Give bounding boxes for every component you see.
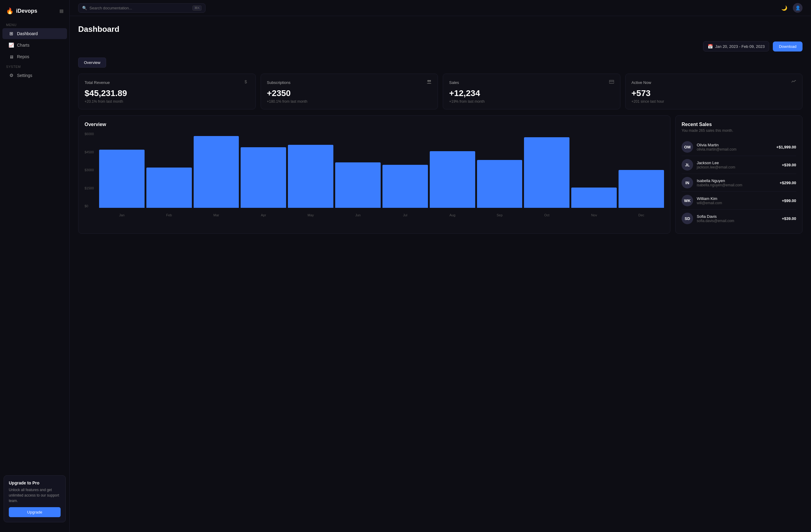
sale-amount: +$39.00 — [782, 163, 796, 167]
stat-value: +573 — [631, 89, 796, 98]
x-label: Jul — [382, 213, 428, 217]
upgrade-card-title: Upgrade to Pro — [9, 481, 61, 485]
sale-name: Olivia Martin — [697, 143, 773, 147]
logo-icon: 🔥 — [6, 7, 14, 15]
sidebar-item-settings[interactable]: ⚙ Settings — [2, 70, 67, 81]
sales-list: OM Olivia Martin olivia.martin@email.com… — [682, 138, 796, 227]
x-label: Jun — [335, 213, 381, 217]
chart-bar — [194, 136, 239, 208]
sidebar-item-charts[interactable]: 📈 Charts — [2, 40, 67, 51]
stat-sub: +20.1% from last month — [85, 99, 249, 104]
avatar: IN — [682, 177, 693, 188]
sidebar-item-dashboard[interactable]: ⊞ Dashboard — [2, 28, 67, 39]
stat-value: $45,231.89 — [85, 89, 249, 98]
header: 🔍 ⌘K 🌙 👤 — [70, 0, 811, 16]
upgrade-button[interactable]: Upgrade — [9, 507, 61, 517]
repos-icon: 🖥 — [9, 54, 14, 59]
date-range-selector[interactable]: 📅 Jan 20, 2023 - Feb 09, 2023 — [703, 41, 769, 51]
charts-icon: 📈 — [9, 43, 14, 48]
sidebar-toggle-icon[interactable]: ▤ — [59, 9, 63, 13]
chart-area: $6000$4500$3000$1500$0 JanFebMarAprMayJu… — [85, 132, 664, 217]
sidebar-item-label: Charts — [17, 43, 29, 48]
tab-overview[interactable]: Overview — [78, 58, 106, 67]
stat-card-sales: Sales +12,234 +19% from last month — [443, 74, 621, 109]
system-section-label: System — [0, 62, 70, 70]
stat-card-subscriptions: Subscriptions +2350 +180.1% from last mo… — [261, 74, 438, 109]
sale-item: WK William Kim will@email.com +$99.00 — [682, 192, 796, 210]
search-box[interactable]: 🔍 ⌘K — [78, 3, 205, 13]
recent-sales-card: Recent Sales You made 265 sales this mon… — [675, 115, 802, 234]
download-button[interactable]: Download — [773, 42, 802, 51]
svg-point-2 — [429, 80, 431, 82]
sale-email: isabella.nguyen@email.com — [697, 183, 776, 187]
y-label: $6000 — [85, 132, 98, 136]
chart-bar-group — [430, 132, 475, 208]
y-label: $1500 — [85, 186, 98, 190]
dashboard-icon: ⊞ — [9, 31, 14, 36]
upgrade-card-desc: Unlock all features and get unlimited ac… — [9, 487, 61, 503]
y-label: $3000 — [85, 168, 98, 172]
chart-bar-group — [241, 132, 286, 208]
user-avatar-button[interactable]: 👤 — [793, 3, 802, 13]
chart-bar-group — [194, 132, 239, 208]
chart-bar-group — [524, 132, 569, 208]
chart-bar — [382, 165, 428, 208]
header-actions: 🌙 👤 — [780, 3, 802, 13]
sale-item: IN Isabella Nguyen isabella.nguyen@email… — [682, 174, 796, 192]
stat-icon — [791, 79, 796, 85]
sale-info: Sofia Davis sofia.davis@email.com — [697, 214, 778, 223]
svg-text:$: $ — [245, 79, 247, 84]
sidebar-item-repos[interactable]: 🖥 Repos — [2, 51, 67, 62]
sale-email: jackson.lee@email.com — [697, 165, 778, 169]
calendar-icon: 📅 — [708, 44, 713, 49]
sale-info: Isabella Nguyen isabella.nguyen@email.co… — [697, 178, 776, 187]
chart-bar-group — [147, 132, 192, 208]
chart-bar — [430, 151, 475, 208]
sidebar-item-label: Dashboard — [17, 31, 38, 36]
x-label: Jan — [99, 213, 144, 217]
x-label: Sep — [477, 213, 522, 217]
sale-info: Olivia Martin olivia.martin@email.com — [697, 143, 773, 152]
settings-icon: ⚙ — [9, 73, 14, 78]
sale-name: William Kim — [697, 196, 778, 201]
chart-bars — [99, 132, 664, 208]
stat-value: +12,234 — [449, 89, 614, 98]
chart-card: Overview $6000$4500$3000$1500$0 JanFebMa… — [78, 115, 670, 234]
x-label: Nov — [571, 213, 617, 217]
svg-rect-3 — [609, 80, 614, 83]
chart-bar — [335, 162, 381, 208]
sale-email: will@email.com — [697, 201, 778, 205]
svg-point-1 — [427, 80, 429, 82]
recent-sales-subtitle: You made 265 sales this month. — [682, 128, 796, 133]
stat-value: +2350 — [267, 89, 432, 98]
chart-bar — [571, 188, 617, 208]
x-label: May — [288, 213, 333, 217]
search-input[interactable] — [89, 6, 190, 10]
chart-bar-group — [571, 132, 617, 208]
stat-label: Sales — [449, 80, 459, 85]
stat-sub: +19% from last month — [449, 99, 614, 104]
page-title: Dashboard — [78, 25, 802, 34]
chart-bar-group — [335, 132, 381, 208]
sale-email: sofia.davis@email.com — [697, 219, 778, 223]
stat-icon — [427, 79, 431, 85]
chart-bar — [147, 168, 192, 208]
bottom-row: Overview $6000$4500$3000$1500$0 JanFebMa… — [78, 115, 802, 234]
chart-bar — [241, 147, 286, 208]
chart-bar — [477, 160, 522, 208]
sale-info: William Kim will@email.com — [697, 196, 778, 205]
avatar: JL — [682, 159, 693, 171]
recent-sales-title: Recent Sales — [682, 122, 796, 127]
avatar: SD — [682, 213, 693, 224]
tabs: Overview — [78, 58, 802, 67]
sale-name: Jackson Lee — [697, 160, 778, 165]
chart-bar-group — [99, 132, 144, 208]
chart-x-labels: JanFebMarAprMayJunJulAugSepOctNovDec — [99, 213, 664, 217]
chart-y-labels: $6000$4500$3000$1500$0 — [85, 132, 98, 208]
sale-amount: +$99.00 — [782, 199, 796, 203]
chart-bar — [618, 170, 664, 208]
sale-info: Jackson Lee jackson.lee@email.com — [697, 160, 778, 169]
theme-toggle-button[interactable]: 🌙 — [780, 3, 789, 13]
search-icon: 🔍 — [82, 6, 87, 10]
sidebar-item-label: Repos — [17, 54, 29, 59]
